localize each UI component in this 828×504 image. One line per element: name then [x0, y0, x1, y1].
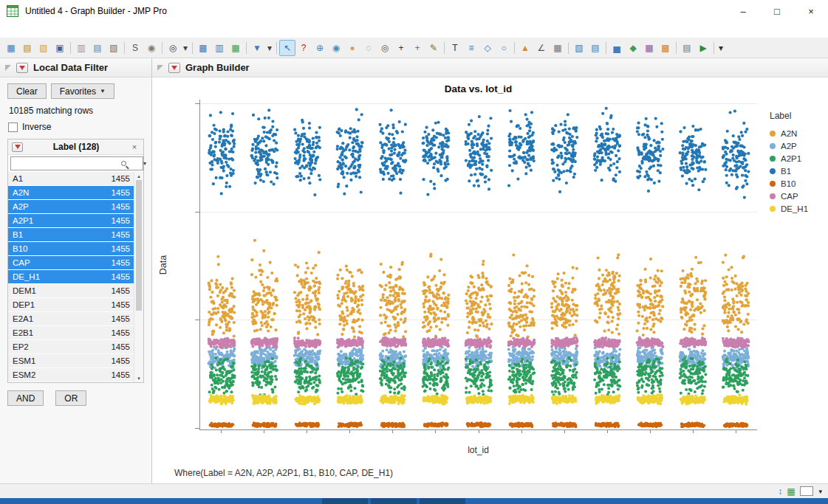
- x-axis-label[interactable]: lot_id: [199, 445, 757, 458]
- columns-viewer-icon[interactable]: ▥: [211, 40, 227, 56]
- filter-value-row[interactable]: DE_H1 1455: [8, 270, 134, 284]
- tabulate-icon[interactable]: ▦: [641, 40, 657, 56]
- save-icon[interactable]: ▣: [52, 40, 68, 56]
- filter-value-row[interactable]: CAP 1455: [8, 256, 134, 270]
- fit-y-by-x-icon[interactable]: ◆: [625, 40, 641, 56]
- search-icon[interactable]: ◎: [165, 40, 181, 56]
- menu-analyze[interactable]: [66, 29, 77, 32]
- legend-entry[interactable]: DE_H1: [770, 202, 828, 215]
- move-tool-icon[interactable]: ⊕: [312, 40, 328, 56]
- open-icon[interactable]: ▨: [35, 40, 52, 56]
- graph-builder-menu-icon[interactable]: [168, 63, 180, 73]
- taskbar-app-button[interactable]: [322, 498, 368, 504]
- taskbar-app-button[interactable]: [371, 498, 417, 504]
- lock-icon[interactable]: ◉: [143, 40, 160, 56]
- filter-value-row[interactable]: ESM2 1455: [8, 368, 134, 382]
- help-tool-icon[interactable]: ?: [295, 40, 312, 56]
- legend-entry[interactable]: B1: [770, 165, 828, 177]
- log-window-icon[interactable]: ▧: [571, 40, 587, 56]
- menu-add-ins[interactable]: [97, 29, 108, 32]
- status-sync-icon[interactable]: ↕: [778, 486, 782, 497]
- filter-value-row[interactable]: A2N 1455: [8, 186, 134, 200]
- collapse-graph-panel-icon[interactable]: [157, 65, 163, 71]
- find-in-table-icon[interactable]: ▩: [195, 40, 211, 56]
- filter-value-row[interactable]: EP2 1455: [8, 340, 134, 354]
- menu-rows[interactable]: [35, 29, 46, 32]
- and-button[interactable]: AND: [7, 390, 44, 406]
- text-annotation-icon[interactable]: T: [447, 40, 463, 56]
- filter-value-row[interactable]: E2B1 1455: [8, 326, 134, 340]
- filter-value-row[interactable]: A2P1 1455: [8, 214, 134, 228]
- clear-button[interactable]: Clear: [7, 83, 47, 99]
- data-filter-icon[interactable]: ▼: [249, 40, 265, 56]
- filter-value-row[interactable]: A1 1455: [8, 172, 134, 186]
- status-table-icon[interactable]: ▦: [787, 486, 795, 497]
- filter-value-row[interactable]: E2A1 1455: [8, 312, 134, 326]
- y-axis-label[interactable]: Data: [152, 100, 174, 430]
- legend-entry[interactable]: A2P1: [770, 152, 828, 165]
- filter-value-row[interactable]: DEP1 1455: [8, 298, 134, 312]
- magnifier-tool-icon[interactable]: ◎: [377, 40, 393, 56]
- menu-help[interactable]: [129, 29, 139, 32]
- grid-settings-icon[interactable]: ▦: [550, 40, 566, 56]
- maximize-button[interactable]: □: [760, 0, 794, 22]
- collapse-filter-panel-icon[interactable]: [5, 65, 11, 71]
- scroll-thumb[interactable]: [136, 180, 142, 311]
- menu-tools[interactable]: [87, 29, 97, 32]
- window-list-icon[interactable]: ▤: [587, 40, 603, 56]
- close-button[interactable]: ×: [794, 0, 828, 22]
- favorites-button[interactable]: Favorites ▼: [51, 83, 114, 99]
- legend-entry[interactable]: A2N: [770, 127, 828, 139]
- menu-tables[interactable]: [25, 29, 35, 32]
- close-filter-column-icon[interactable]: ×: [129, 142, 140, 151]
- filter-value-row[interactable]: B1 1455: [8, 228, 134, 242]
- brush-tool-icon[interactable]: ◉: [328, 40, 344, 56]
- lasso-tool-icon[interactable]: ◌: [360, 40, 377, 56]
- filter-value-row[interactable]: DEM1 1455: [8, 284, 134, 298]
- menu-doe[interactable]: [56, 29, 66, 32]
- axis-settings-icon[interactable]: ∠: [533, 40, 550, 56]
- pin-annotation-icon[interactable]: ▲: [517, 40, 533, 56]
- line-annotation-icon[interactable]: ≡: [463, 40, 479, 56]
- hand-tool-icon[interactable]: ●: [344, 40, 360, 56]
- paste-icon[interactable]: ▧: [106, 40, 122, 56]
- taskbar-app-button[interactable]: [420, 498, 465, 504]
- journal-window-icon[interactable]: ▤: [679, 40, 695, 56]
- scroll-down-icon[interactable]: ▾: [134, 374, 143, 382]
- copy-icon[interactable]: ▤: [89, 40, 106, 56]
- arrow-tool-icon[interactable]: ↖: [279, 40, 295, 56]
- taskbar[interactable]: [0, 498, 828, 504]
- graph-builder-icon[interactable]: ▩: [657, 40, 674, 56]
- copy-special-icon[interactable]: S: [127, 40, 143, 56]
- menu-graph[interactable]: [77, 29, 87, 32]
- oval-annotation-icon[interactable]: ○: [496, 40, 512, 56]
- add-rows-icon[interactable]: ▦: [227, 40, 244, 56]
- search-caret-icon[interactable]: ▾: [181, 40, 190, 56]
- filter-value-row[interactable]: A2P 1455: [8, 200, 134, 214]
- status-indicator-box[interactable]: [800, 486, 813, 496]
- zoom-in-tool-icon[interactable]: +: [393, 40, 409, 56]
- list-scrollbar[interactable]: ▴ ▾: [134, 172, 143, 382]
- run-script-icon[interactable]: ▶: [695, 40, 711, 56]
- or-button[interactable]: OR: [55, 390, 86, 406]
- toolbar-overflow-caret-icon[interactable]: ▾: [716, 40, 725, 56]
- status-menu-caret-icon[interactable]: ▾: [818, 488, 822, 495]
- distribution-platform-icon[interactable]: ▅: [609, 40, 625, 56]
- filter-caret-icon[interactable]: ▾: [265, 40, 274, 56]
- scroll-up-icon[interactable]: ▴: [134, 172, 143, 180]
- menu-file[interactable]: [4, 29, 15, 32]
- menu-edit[interactable]: [15, 29, 25, 32]
- polygon-annotation-icon[interactable]: ◇: [479, 40, 496, 56]
- label-column-menu-icon[interactable]: [12, 142, 23, 152]
- legend-entry[interactable]: CAP: [770, 190, 828, 202]
- filter-value-row[interactable]: ESM1 1455: [8, 354, 134, 368]
- chart-title[interactable]: Data vs. lot_id: [199, 77, 757, 100]
- scatter-points-canvas[interactable]: [200, 100, 757, 429]
- menu-window[interactable]: [118, 29, 129, 32]
- new-journal-icon[interactable]: ▤: [19, 40, 35, 56]
- filter-panel-menu-icon[interactable]: [16, 63, 28, 73]
- legend-entry[interactable]: A2P: [770, 139, 828, 152]
- search-options-caret-icon[interactable]: ▾: [143, 160, 146, 167]
- filter-value-row[interactable]: B10 1455: [8, 242, 134, 256]
- menu-view[interactable]: [108, 29, 118, 32]
